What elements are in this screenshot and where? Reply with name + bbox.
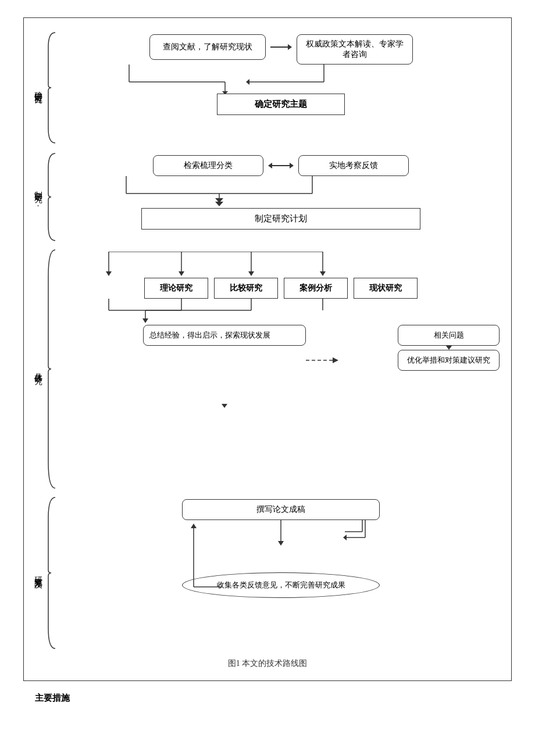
box-field: 实地考察反馈 — [298, 155, 409, 176]
box-summary: 总结经验，得出启示，探索现状发展 — [143, 325, 306, 346]
box-write: 撰写论文成稿 — [182, 499, 380, 520]
svg-marker-37 — [191, 524, 197, 528]
svg-marker-33 — [333, 357, 338, 363]
box-policy: 权威政策文本解读、专家学 者咨询 — [297, 34, 413, 65]
box-related: 相关问题 — [398, 325, 500, 346]
svg-marker-17 — [179, 271, 184, 276]
svg-marker-3 — [222, 91, 228, 94]
diagram-container: 确定研究目 查阅文献，了解研究现状 权威政策文本解读、专家学 者咨询 — [23, 17, 512, 681]
svg-marker-35 — [278, 541, 284, 546]
section2-label: 制定研究.. — [30, 151, 46, 243]
section2-content: 检索梳理分类 实地考察反馈 — [56, 151, 505, 243]
box-theory: 理论研究 — [144, 278, 208, 299]
section4-content: 撰写论文成稿 — [56, 495, 505, 651]
box-research-plan: 制定研究计划 — [141, 208, 420, 230]
svg-marker-21 — [320, 271, 326, 276]
svg-marker-28 — [142, 318, 148, 323]
box-search: 检索梳理分类 — [153, 155, 263, 176]
section1-brace — [46, 30, 56, 146]
section1-wrapper: 确定研究目 查阅文献，了解研究现状 权威政策文本解读、专家学 者咨询 — [30, 30, 505, 146]
section3-brace — [46, 247, 56, 491]
section3-wrapper: 具体研究 — [30, 247, 505, 491]
dashed-connection — [143, 346, 335, 392]
four-boxes-row: 理论研究 比较研究 案例分析 现状研究 — [144, 278, 418, 299]
section2-wrapper: 制定研究.. 检索梳理分类 实地考察反馈 — [30, 151, 505, 243]
section2-brace — [46, 151, 56, 243]
section4-wrapper: 研究结果及 撰写论文成稿 — [30, 495, 505, 651]
figure-caption: 图1 本文的技术路线图 — [30, 658, 505, 669]
two-col-section: 总结经验，得出启示，探索现状发展 — [62, 325, 500, 408]
left-col: 总结经验，得出启示，探索现状发展 — [62, 325, 386, 408]
section4-brace — [46, 495, 56, 651]
section3-label: 具体研究 — [30, 247, 46, 491]
box-literature: 查阅文献，了解研究现状 — [149, 34, 266, 60]
svg-marker-41 — [343, 535, 347, 540]
merge-arrows — [62, 299, 500, 325]
svg-marker-6 — [246, 79, 249, 85]
section1-content: 查阅文献，了解研究现状 权威政策文本解读、专家学 者咨询 — [56, 30, 505, 146]
section3-content: 理论研究 比较研究 案例分析 现状研究 — [56, 247, 505, 491]
box-case: 案例分析 — [284, 278, 348, 299]
branch-arrows — [62, 252, 500, 278]
feedback-arrows — [135, 520, 426, 590]
right-col: 相关问题 优化举措和对策建议研究 — [398, 325, 500, 371]
convergence-arrows — [62, 65, 500, 94]
box-status: 现状研究 — [354, 278, 418, 299]
section2-arrows — [62, 176, 500, 208]
svg-marker-15 — [106, 271, 112, 276]
box-research-theme: 确定研究主题 — [217, 94, 345, 115]
box-compare: 比较研究 — [214, 278, 278, 299]
svg-marker-19 — [248, 271, 254, 276]
section4-label: 研究结果及 — [30, 495, 46, 651]
box-optimize: 优化举措和对策建议研究 — [398, 350, 500, 371]
section1-label: 确定研究目 — [30, 30, 46, 146]
bottom-heading: 主要措施 — [35, 693, 512, 704]
